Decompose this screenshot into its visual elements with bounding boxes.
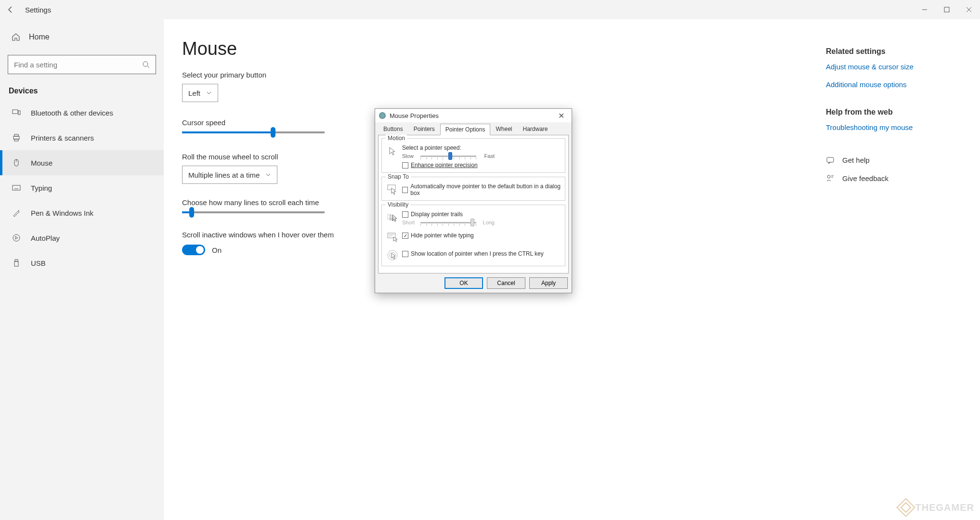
sidebar-item-bluetooth[interactable]: Bluetooth & other devices <box>0 100 164 125</box>
visibility-legend: Visibility <box>386 201 410 208</box>
chevron-down-icon <box>206 90 212 96</box>
close-button[interactable] <box>958 0 980 19</box>
hide-pointer-icon <box>386 230 399 244</box>
hide-pointer-checkbox[interactable] <box>402 233 408 239</box>
motion-legend: Motion <box>386 135 407 142</box>
minimize-button[interactable] <box>914 0 936 19</box>
cursor-arrow-icon <box>386 144 399 158</box>
mouse-icon <box>12 158 21 168</box>
svg-rect-5 <box>18 111 20 115</box>
cancel-button[interactable]: Cancel <box>487 277 525 289</box>
hide-pointer-label: Hide pointer while typing <box>411 232 474 239</box>
mouse-properties-dialog: Mouse Properties ✕ Buttons Pointers Poin… <box>375 108 572 293</box>
sidebar-item-mouse[interactable]: Mouse <box>0 150 164 175</box>
sidebar-item-pen[interactable]: Pen & Windows Ink <box>0 200 164 225</box>
sidebar-item-printers[interactable]: Printers & scanners <box>0 125 164 150</box>
svg-point-2 <box>143 62 148 66</box>
sidebar-item-typing[interactable]: Typing <box>0 175 164 200</box>
snapto-checkbox[interactable] <box>402 187 408 193</box>
watermark-text: THEGAMER <box>915 502 974 513</box>
watermark-icon <box>896 498 915 517</box>
pointer-speed-slider[interactable] <box>420 156 476 157</box>
arrow-left-icon <box>7 6 14 13</box>
wheel-scroll-dropdown[interactable]: Multiple lines at a time <box>182 166 277 184</box>
svg-rect-17 <box>827 157 834 162</box>
ctrl-location-checkbox[interactable] <box>402 251 408 257</box>
home-icon <box>12 33 20 41</box>
maximize-icon <box>944 7 950 13</box>
keyboard-icon <box>12 183 21 193</box>
visibility-fieldset: Visibility Display pointer trails Short <box>381 205 565 266</box>
give-feedback-link[interactable]: Give feedback <box>826 174 961 182</box>
svg-point-14 <box>13 234 20 241</box>
additional-mouse-options-link[interactable]: Additional mouse options <box>826 80 961 89</box>
sidebar-item-label: Bluetooth & other devices <box>31 109 113 117</box>
snapto-legend: Snap To <box>386 173 411 180</box>
svg-rect-16 <box>14 261 18 266</box>
ok-button[interactable]: OK <box>444 277 483 289</box>
sidebar-item-label: Pen & Windows Ink <box>31 209 93 217</box>
get-help-label: Get help <box>842 156 870 164</box>
svg-rect-8 <box>14 139 18 141</box>
snapto-fieldset: Snap To Automatically move pointer to th… <box>381 177 565 201</box>
devices-icon <box>12 108 21 117</box>
usb-icon <box>12 258 21 268</box>
search-input-container[interactable] <box>8 55 156 74</box>
give-feedback-label: Give feedback <box>842 174 889 182</box>
minimize-icon <box>922 7 928 13</box>
svg-point-18 <box>827 175 830 178</box>
search-input[interactable] <box>14 61 142 69</box>
dialog-close-button[interactable]: ✕ <box>554 109 568 122</box>
inactive-windows-toggle[interactable] <box>182 245 205 255</box>
dialog-titlebar[interactable]: Mouse Properties ✕ <box>375 109 572 122</box>
primary-button-label: Select your primary button <box>182 71 826 79</box>
mouse-dialog-icon <box>379 112 386 119</box>
svg-rect-15 <box>15 260 18 261</box>
svg-rect-7 <box>14 134 18 136</box>
enhance-precision-checkbox[interactable] <box>402 162 408 169</box>
svg-rect-6 <box>13 136 19 139</box>
help-web-header: Help from the web <box>826 108 961 117</box>
long-label: Long <box>479 220 495 225</box>
search-icon <box>142 61 150 68</box>
snapto-icon <box>386 183 399 196</box>
maximize-button[interactable] <box>936 0 958 19</box>
tab-pointer-options[interactable]: Pointer Options <box>440 124 491 135</box>
pointer-speed-label: Select a pointer speed: <box>402 144 561 151</box>
tab-wheel[interactable]: Wheel <box>490 123 517 135</box>
sidebar-item-usb[interactable]: USB <box>0 250 164 275</box>
sidebar-home-label: Home <box>29 33 50 41</box>
get-help-link[interactable]: Get help <box>826 156 961 164</box>
apply-button[interactable]: Apply <box>529 277 568 289</box>
adjust-mouse-size-link[interactable]: Adjust mouse & cursor size <box>826 63 961 71</box>
back-button[interactable] <box>0 0 21 19</box>
sidebar-section-header: Devices <box>0 74 164 100</box>
short-label: Short <box>402 220 418 225</box>
tab-pointers[interactable]: Pointers <box>408 123 440 135</box>
sidebar-item-label: Typing <box>31 184 52 192</box>
wheel-scroll-value: Multiple lines at a time <box>188 171 260 179</box>
enhance-precision-label: Enhance pointer precision <box>411 162 478 169</box>
tab-hardware[interactable]: Hardware <box>517 123 553 135</box>
feedback-icon <box>826 174 835 182</box>
primary-button-dropdown[interactable]: Left <box>182 84 218 102</box>
sidebar-item-label: USB <box>31 259 46 267</box>
pointer-trails-checkbox[interactable] <box>402 211 408 218</box>
lines-scroll-slider[interactable] <box>182 211 325 213</box>
watermark: THEGAMER <box>899 501 974 514</box>
sidebar-home[interactable]: Home <box>0 24 164 50</box>
slow-label: Slow <box>402 153 418 159</box>
sidebar-item-label: Printers & scanners <box>31 134 94 142</box>
svg-rect-4 <box>13 110 18 114</box>
ctrl-location-label: Show location of pointer when I press th… <box>411 250 544 257</box>
motion-fieldset: Motion Select a pointer speed: Slow Fast <box>381 138 565 173</box>
snapto-label: Automatically move pointer to the defaul… <box>410 183 561 196</box>
ctrl-location-icon <box>386 248 399 262</box>
svg-rect-1 <box>944 7 949 12</box>
help-icon <box>826 156 835 164</box>
cursor-speed-slider[interactable] <box>182 131 325 133</box>
svg-line-3 <box>147 66 149 68</box>
sidebar-item-autoplay[interactable]: AutoPlay <box>0 225 164 250</box>
tab-buttons[interactable]: Buttons <box>378 123 408 135</box>
troubleshooting-link[interactable]: Troubleshooting my mouse <box>826 123 961 131</box>
